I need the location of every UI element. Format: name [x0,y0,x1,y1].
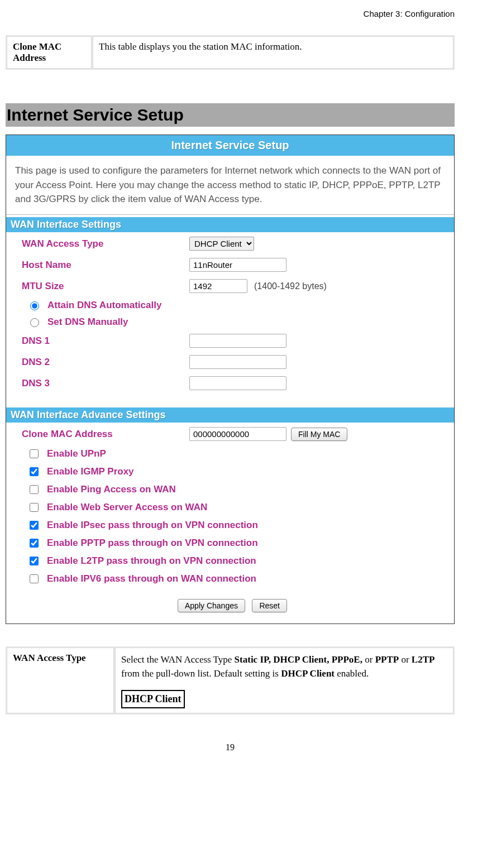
clone-mac-desc: This table displays you the station MAC … [93,36,453,69]
wan-access-type-select[interactable]: DHCP Client [189,237,254,251]
l2tp-checkbox[interactable] [30,557,39,565]
desc-bold: DHCP Client [281,668,335,679]
clone-mac-row: Clone MAC Address Fill My MAC [6,424,454,445]
webserver-checkbox[interactable] [30,503,39,512]
desc-text: from the pull-down list. Default setting… [121,668,281,679]
dns3-input[interactable] [189,376,287,390]
webserver-row: Enable Web Server Access on WAN [6,498,454,516]
desc-bold: Static IP, DHCP Client, PPPoE, [235,654,362,665]
dns1-input[interactable] [189,334,287,348]
igmp-checkbox[interactable] [30,467,39,476]
clone-mac-field-label: Clone MAC Address [22,429,189,440]
dns-auto-label: Attain DNS Automatically [47,300,161,311]
dns3-row: DNS 3 [6,373,454,394]
l2tp-label: Enable L2TP pass through on VPN connecti… [47,555,256,567]
dns3-label: DNS 3 [22,378,189,389]
wan-settings-header: WAN Interface Settings [6,217,454,232]
ipsec-label: Enable IPsec pass through on VPN connect… [47,520,258,531]
clone-mac-label: Clone MAC Address [7,36,92,69]
wan-access-type-row: WAN Access Type DHCP Client [6,233,454,255]
upnp-checkbox[interactable] [30,449,39,458]
dns-auto-radio[interactable] [30,301,39,310]
wan-access-def-label: WAN Access Type [7,648,114,713]
dns1-label: DNS 1 [22,335,189,347]
desc-text: Select the WAN Access Type [121,654,235,665]
desc-text: or [362,654,375,665]
wan-advance-header: WAN Interface Advance Settings [6,407,454,423]
dns-auto-row: Attain DNS Automatically [6,297,454,314]
chapter-header: Chapter 3: Configuration [6,9,455,18]
dns-manual-radio[interactable] [30,318,39,327]
desc-bold: L2TP [412,654,435,665]
button-row: Apply Changes Reset [6,588,454,612]
ipv6-checkbox[interactable] [30,574,39,583]
wan-access-def-desc: Select the WAN Access Type Static IP, DH… [115,648,453,713]
upnp-label: Enable UPnP [47,448,106,459]
ping-checkbox[interactable] [30,485,39,494]
mtu-size-row: MTU Size (1400-1492 bytes) [6,276,454,297]
clone-mac-def-table: Clone MAC Address This table displays yo… [6,35,455,70]
ipsec-row: Enable IPsec pass through on VPN connect… [6,516,454,534]
fill-my-mac-button[interactable]: Fill My MAC [291,428,347,441]
ipsec-checkbox[interactable] [30,521,39,530]
dns2-input[interactable] [189,355,287,369]
reset-button[interactable]: Reset [252,599,287,612]
ping-row: Enable Ping Access on WAN [6,481,454,498]
apply-button[interactable]: Apply Changes [178,599,245,612]
dns2-row: DNS 2 [6,352,454,373]
mtu-size-label: MTU Size [22,281,189,292]
upnp-row: Enable UPnP [6,445,454,463]
screenshot-title: Internet Service Setup [6,135,454,156]
ipv6-label: Enable IPV6 pass through on WAN connecti… [47,573,256,584]
igmp-row: Enable IGMP Proxy [6,463,454,481]
screenshot-description: This page is used to configure the param… [6,156,454,215]
ping-label: Enable Ping Access on WAN [47,484,176,495]
igmp-label: Enable IGMP Proxy [47,466,134,477]
dhcp-client-box: DHCP Client [121,690,185,708]
clone-mac-input[interactable] [189,427,287,441]
pptp-checkbox[interactable] [30,539,39,548]
mtu-hint: (1400-1492 bytes) [254,281,327,291]
wan-access-type-label: WAN Access Type [22,238,189,250]
ipv6-row: Enable IPV6 pass through on WAN connecti… [6,570,454,588]
section-heading: Internet Service Setup [6,103,455,127]
pptp-label: Enable PPTP pass through on VPN connecti… [47,538,258,549]
dns-manual-label: Set DNS Manually [47,316,128,328]
dns-manual-row: Set DNS Manually [6,314,454,330]
webserver-label: Enable Web Server Access on WAN [47,502,207,513]
l2tp-row: Enable L2TP pass through on VPN connecti… [6,552,454,570]
host-name-input[interactable] [189,258,287,272]
mtu-size-input[interactable] [189,279,247,293]
page-number: 19 [6,742,455,752]
host-name-row: Host Name [6,255,454,276]
pptp-row: Enable PPTP pass through on VPN connecti… [6,534,454,552]
wan-access-def-table: WAN Access Type Select the WAN Access Ty… [6,646,455,714]
desc-text: or [399,654,412,665]
desc-text: enabled. [335,668,369,679]
host-name-label: Host Name [22,260,189,271]
screenshot-frame: Internet Service Setup This page is used… [6,135,455,624]
dns1-row: DNS 1 [6,330,454,352]
desc-bold: PPTP [375,654,399,665]
dns2-label: DNS 2 [22,357,189,368]
